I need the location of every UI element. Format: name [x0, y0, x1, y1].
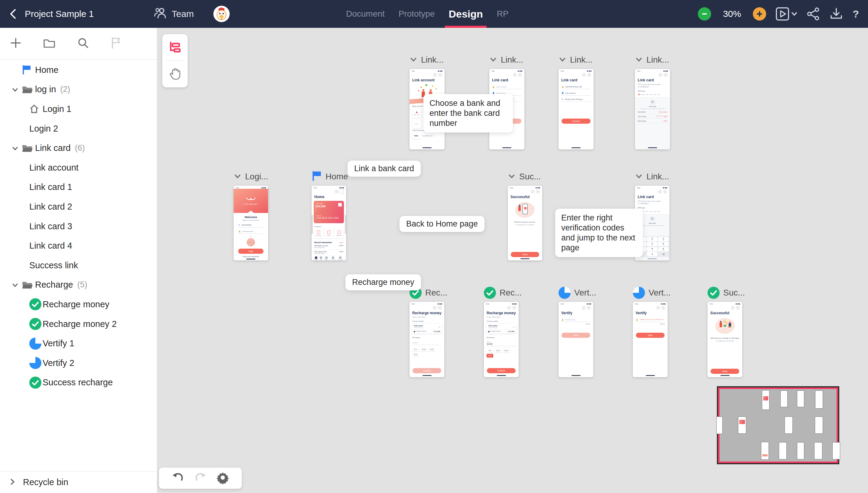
recycle-bin[interactable]: Recycle bin [0, 471, 157, 493]
minimap-screen [797, 390, 804, 407]
preview-button[interactable] [776, 7, 797, 21]
screen-thumbnail-vertify-1[interactable]: 9:41Vertify 🔒Vertify code Resend Done [558, 302, 593, 377]
design-canvas[interactable]: Link... 9:41Link account Bank account Ba… [157, 28, 868, 493]
project-title: Project Sample 1 [25, 9, 94, 19]
new-folder-button[interactable] [43, 38, 55, 49]
minimap-screen [780, 390, 787, 407]
folder-icon [22, 85, 32, 94]
artboard-label-success-recharge[interactable]: Suc... [708, 286, 745, 299]
sidebar-item-login-1[interactable]: Login 1 [0, 99, 157, 119]
artboard-link-card-2: Link... 9:41Link card 🔒1234 5678 9101 33… [558, 53, 594, 149]
undo-button[interactable] [172, 472, 185, 485]
status-bar: 9:41 [635, 186, 669, 189]
sidebar-item-link-account[interactable]: Link account [0, 158, 157, 177]
chevron-down-icon [11, 281, 19, 288]
back-icon[interactable] [9, 8, 17, 20]
artboard-label-link-card-4[interactable]: Link... [635, 170, 669, 183]
sidebar-item-link-card-2[interactable]: Link card 2 [0, 197, 157, 217]
continue-button: Continue [413, 368, 441, 373]
home-screen-icon [29, 104, 39, 114]
tab-document[interactable]: Document [346, 0, 385, 28]
artboard-label-success-link[interactable]: Suc... [508, 170, 542, 183]
flow-tree-icon [168, 41, 182, 54]
zoom-in-button[interactable] [753, 7, 766, 21]
status-bar: 9:41 [489, 69, 524, 72]
download-icon[interactable] [830, 7, 843, 21]
folder-icon [22, 143, 32, 153]
help-button[interactable]: ? [852, 8, 859, 20]
artboard-label-recharge-2[interactable]: Rec... [484, 286, 522, 299]
sidebar-item-login-2[interactable]: Login 2 [0, 119, 157, 138]
screen-thumbnail-login-1[interactable]: 9:41 CTN WALLET WelcomeSign into your ac… [234, 186, 268, 260]
tab-design[interactable]: Design [449, 0, 483, 28]
team-button[interactable]: Team [154, 0, 194, 28]
sidebar-item-link-card-3[interactable]: Link card 3 [0, 217, 157, 236]
sidebar-item-recharge-money[interactable]: Recharge money [0, 295, 157, 314]
sidebar-item-success-recharge[interactable]: Success recharge [0, 373, 157, 392]
sidebar-item-link-card[interactable]: Link card (6) [0, 138, 157, 158]
screen-thumbnail-vertify-2[interactable]: 9:41Vertify 🔒34786947-09C0-4904-89C2-50F… [633, 302, 668, 377]
status-bar: 9:41 [312, 186, 346, 189]
sidebar-item-recharge[interactable]: Recharge (5) [0, 275, 157, 295]
tab-prototype[interactable]: Prototype [398, 0, 435, 28]
flag-filter-icon[interactable] [111, 37, 121, 50]
minimap-screen [815, 390, 823, 409]
artboard-label-home[interactable]: Home [312, 170, 348, 183]
page-tree: Home log in (2) Login 1 Login 2 Link car… [0, 60, 157, 471]
sidebar-item-success-link[interactable]: Success link [0, 256, 157, 275]
artboard-label-login-1[interactable]: Logi... [234, 170, 268, 183]
chevron-down-icon[interactable] [635, 172, 643, 181]
chevron-down-icon[interactable] [234, 172, 242, 181]
sidebar-item-log-in[interactable]: log in (2) [0, 80, 157, 100]
sidebar-item-home[interactable]: Home [0, 60, 157, 80]
redo-button[interactable] [194, 472, 207, 485]
hand-tool-button[interactable] [162, 61, 188, 87]
chevron-down-icon[interactable] [558, 55, 566, 64]
canvas-tool-palette [162, 34, 188, 87]
screen-thumbnail-success-recharge[interactable]: 9:41Successful $100 has been recharge to… [708, 302, 742, 377]
chevron-down-icon[interactable] [508, 172, 516, 181]
sidebar-item-recharge-money-2[interactable]: Recharge money 2 [0, 314, 157, 334]
sidebar-item-link-card-4[interactable]: Link card 4 [0, 236, 157, 256]
search-icon[interactable] [77, 37, 89, 50]
add-page-button[interactable] [10, 37, 21, 50]
flag-icon [22, 65, 31, 75]
minimap[interactable] [717, 386, 839, 464]
done-button: Done [636, 333, 664, 338]
minimap-screen [762, 390, 770, 410]
approved-icon [29, 298, 41, 310]
settings-gear-icon[interactable] [216, 471, 229, 486]
tab-rp[interactable]: RP [497, 0, 509, 28]
avatar[interactable] [213, 6, 230, 22]
sidebar-item-vertify-2[interactable]: Vertify 2 [0, 353, 157, 373]
sidebar-item-link-card-1[interactable]: Link card 1 [0, 177, 157, 197]
folder-icon [22, 280, 32, 290]
status-bar: 9:41 [410, 69, 444, 72]
zoom-out-button[interactable] [698, 7, 711, 21]
artboard-label-link-account[interactable]: Link... [410, 53, 444, 67]
sidebar-item-vertify-1[interactable]: Vertify 1 [0, 334, 157, 353]
screen-thumbnail-recharge-2[interactable]: 9:41Recharge money Source: Wells fargo C… [484, 302, 519, 377]
chevron-down-icon[interactable] [410, 55, 417, 64]
screen-thumbnail-success-link[interactable]: 9:41Successful✓ Thank for using our serv… [508, 186, 542, 260]
zoom-level[interactable]: 30% [721, 9, 743, 19]
artboard-label-link-card-2[interactable]: Link... [558, 53, 594, 67]
minimap-screen [779, 442, 787, 460]
artboard-label-link-card-1[interactable]: Link... [489, 53, 524, 67]
artboard-label-vertify-1[interactable]: Vert... [558, 286, 596, 299]
share-icon[interactable] [807, 7, 820, 21]
screen-thumbnail-home[interactable]: 9:41 Home CTN WALLET USD wallet$12,308 W… [312, 186, 346, 260]
artboard-login-1: Logi... 9:41 CTN WALLET WelcomeSign into… [234, 170, 268, 260]
chevron-down-icon[interactable] [635, 55, 643, 64]
screen-avatars [489, 72, 524, 77]
screen-thumbnail-recharge-1[interactable]: 9:41Recharge money Source: Wells fargo C… [410, 302, 444, 377]
screen-avatars [635, 189, 669, 194]
minimap-screen [797, 442, 804, 460]
artboard-label-vertify-2[interactable]: Vert... [633, 286, 671, 299]
screen-thumbnail-link-card-3[interactable]: 9:41Link card OTP code has been sent to … [635, 69, 670, 149]
screen-thumbnail-link-card-2[interactable]: 9:41Link card 🔒1234 5678 9101 333👤Harry … [558, 69, 594, 149]
artboard-label-link-card-3[interactable]: Link... [635, 53, 670, 67]
flow-mode-button[interactable] [162, 34, 188, 61]
login-button: Login [238, 249, 264, 254]
chevron-down-icon[interactable] [489, 55, 497, 64]
